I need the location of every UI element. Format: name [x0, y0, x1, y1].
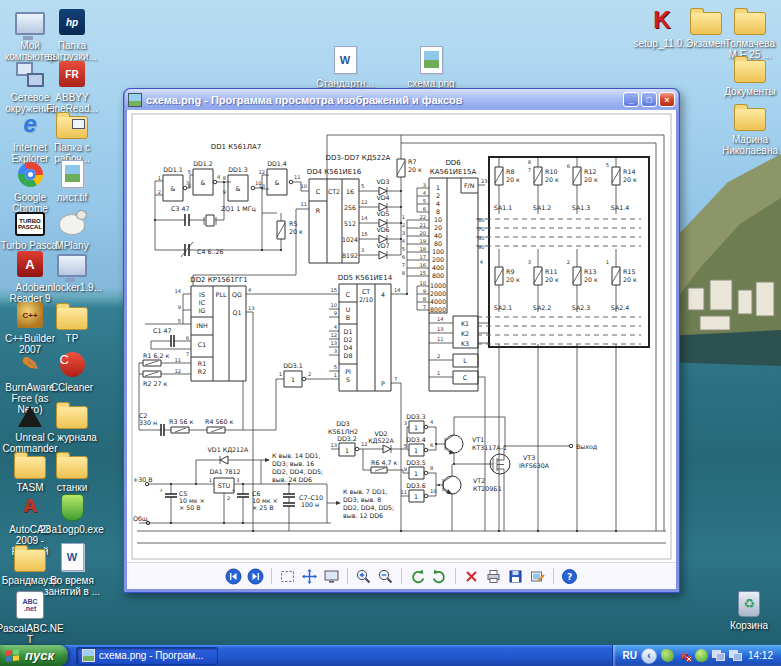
maximize-button[interactable]: □: [641, 92, 657, 107]
svg-text:DD1.3: DD1.3: [228, 166, 248, 173]
svg-text:F/N: F/N: [464, 182, 475, 189]
kaspersky-icon: K: [649, 7, 675, 33]
viewer-toolbar: ?: [127, 562, 676, 589]
chevron-left-icon[interactable]: ‹: [641, 648, 657, 664]
desktop-icon[interactable]: unlocker1.9...: [40, 248, 104, 293]
svg-text:1: 1: [345, 447, 349, 454]
actual-size-button[interactable]: [300, 567, 319, 586]
zoom-out-button[interactable]: [376, 567, 395, 586]
desktop-icon[interactable]: FRABBYY FineRead...: [40, 58, 104, 114]
previous-image-button[interactable]: [224, 567, 243, 586]
help-button[interactable]: ?: [560, 567, 579, 586]
start-label: пуск: [25, 648, 54, 663]
svg-text:1: 1: [291, 376, 295, 383]
svg-text:IC: IC: [199, 299, 206, 306]
taskbar-task-button[interactable]: схема.png - Програм...: [76, 647, 218, 665]
svg-text:16: 16: [346, 188, 354, 195]
folder-icon: [56, 307, 88, 330]
close-button[interactable]: ×: [659, 92, 675, 107]
unlocker-icon: [57, 254, 87, 277]
svg-text:22: 22: [419, 214, 426, 220]
svg-text:DD5 К561ИЕ14: DD5 К561ИЕ14: [338, 274, 393, 282]
svg-text:C1: C1: [198, 341, 206, 348]
save-button[interactable]: [506, 567, 525, 586]
tray-icon-kaspersky-disabled[interactable]: K: [678, 649, 691, 662]
folder-icon: [734, 60, 766, 83]
desktop-icon[interactable]: ♻Корзина: [717, 586, 781, 631]
rotate-counterclockwise-button[interactable]: [408, 567, 427, 586]
desktop-icon[interactable]: Марина Николаевна: [718, 100, 781, 156]
svg-text:4: 4: [402, 238, 406, 244]
svg-text:&: &: [201, 179, 206, 186]
desktop-icon[interactable]: Папка с рабоч...: [40, 108, 104, 164]
language-indicator[interactable]: RU: [623, 650, 637, 661]
tray-icon-agent[interactable]: [695, 649, 708, 662]
desktop-icon[interactable]: MPlany: [40, 206, 104, 251]
tray-icon-network[interactable]: [729, 649, 742, 662]
svg-text:20 к: 20 к: [584, 276, 598, 283]
svg-text:1: 1: [436, 184, 440, 191]
minimize-button[interactable]: _: [623, 92, 639, 107]
svg-text:VD1 КД212А: VD1 КД212А: [208, 446, 250, 453]
svg-text:4: 4: [423, 190, 427, 196]
svg-text:15: 15: [361, 231, 368, 237]
svg-text:20 к: 20 к: [506, 176, 520, 183]
schematic-labels: DD1 К561ЛА7 DD1.1& 123 DD1.2& 564 DD1.3&…: [133, 143, 637, 522]
svg-text:SA2.3: SA2.3: [572, 304, 590, 311]
svg-text:КТ209Б1: КТ209Б1: [473, 485, 502, 492]
svg-text:DD2, DD4, DD5;: DD2, DD4, DD5;: [272, 468, 323, 475]
svg-text:B: B: [346, 314, 350, 321]
svg-text:6: 6: [188, 183, 191, 189]
svg-text:1: 1: [209, 477, 212, 483]
next-image-button[interactable]: [246, 567, 265, 586]
svg-text:12: 12: [258, 169, 265, 175]
desktop-icon[interactable]: hpПапка выгрузки...: [40, 6, 104, 62]
edit-button[interactable]: [528, 567, 547, 586]
viewer-canvas: DD1 К561ЛА7 DD1.1& 123 DD1.2& 564 DD1.3&…: [127, 110, 676, 563]
rotate-clockwise-button[interactable]: [430, 567, 449, 586]
svg-text:VD3: VD3: [376, 178, 389, 185]
finereader-icon: FR: [59, 61, 85, 87]
svg-text:4: 4: [381, 291, 385, 298]
desktop-icon[interactable]: ABC .netPascalABC.NET: [0, 589, 62, 645]
svg-text:13: 13: [258, 183, 265, 189]
desktop-icon[interactable]: ТР: [40, 299, 104, 344]
svg-text:VD7: VD7: [376, 242, 389, 249]
svg-text:100 н: 100 н: [301, 501, 319, 508]
svg-text:4: 4: [248, 287, 252, 293]
zoom-in-button[interactable]: [354, 567, 373, 586]
desktop-icon[interactable]: WСтандартн...: [313, 44, 377, 89]
best-fit-button[interactable]: [278, 567, 297, 586]
svg-text:80: 80: [434, 240, 442, 247]
svg-text:VT3: VT3: [523, 454, 535, 461]
svg-text:КТ3117А-1: КТ3117А-1: [472, 444, 507, 451]
tray-icon-network[interactable]: [712, 649, 725, 662]
svg-text:8: 8: [423, 296, 426, 302]
desktop-icon[interactable]: 28a1ogp0.exe: [40, 490, 104, 535]
svg-text:DD3; выв. 8: DD3; выв. 8: [343, 496, 381, 503]
svg-text:КД522А: КД522А: [368, 437, 394, 444]
print-button[interactable]: [484, 567, 503, 586]
tray-icon-green[interactable]: [661, 649, 674, 662]
svg-text:4: 4: [430, 419, 434, 425]
desktop-icon[interactable]: станки: [40, 448, 104, 493]
svg-text:6: 6: [567, 163, 570, 169]
desktop-icon[interactable]: С журнала: [40, 398, 104, 443]
svg-text:5: 5: [423, 198, 426, 204]
svg-text:5: 5: [334, 364, 337, 370]
svg-text:R6 4,7 к: R6 4,7 к: [371, 459, 397, 466]
desktop-icon[interactable]: Документы: [718, 52, 781, 97]
svg-text:R2 27 к: R2 27 к: [143, 380, 167, 387]
svg-text:R10: R10: [545, 168, 557, 175]
desktop-icon[interactable]: схема.png: [399, 44, 463, 89]
desktop-icon[interactable]: WВо время занятий в ...: [40, 541, 104, 597]
start-slideshow-button[interactable]: [322, 567, 341, 586]
titlebar[interactable]: схема.png - Программа просмотра изображе…: [125, 89, 678, 110]
desktop-icon[interactable]: лист.tif: [40, 158, 104, 203]
svg-text:"70": "70": [476, 226, 487, 232]
delete-button[interactable]: [462, 567, 481, 586]
start-button[interactable]: пуск: [0, 645, 68, 666]
svg-text:+: +: [231, 487, 235, 493]
tray-clock[interactable]: 14:12: [748, 650, 773, 661]
desktop-icon[interactable]: CCCleaner: [40, 348, 104, 393]
